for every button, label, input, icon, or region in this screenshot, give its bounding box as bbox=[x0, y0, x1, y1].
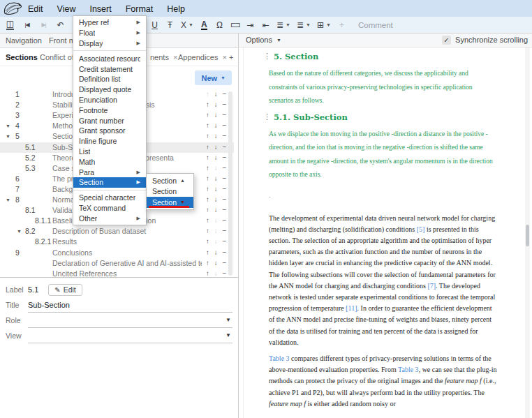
spacing-icon[interactable]: ⊏⊐ bbox=[230, 22, 239, 29]
submenu-item-section-1[interactable]: Section bbox=[147, 186, 193, 197]
view-select[interactable]: ▼ bbox=[28, 328, 232, 343]
menu-item-hyper-ref[interactable]: Hyper ref▶ bbox=[73, 17, 146, 28]
drag-handle-icon[interactable]: ⋮ bbox=[263, 52, 271, 61]
move-down-button[interactable]: ↓ bbox=[214, 101, 218, 108]
panel-tab-navigation[interactable]: Navigation bbox=[6, 36, 42, 45]
remove-button[interactable]: − bbox=[222, 207, 226, 214]
menu-item-special-character[interactable]: Special character bbox=[73, 193, 146, 203]
menu-item-display[interactable]: Display▶ bbox=[73, 38, 146, 49]
menubar-item-edit[interactable]: Edit bbox=[25, 3, 46, 15]
move-up-button[interactable]: ↑ bbox=[206, 207, 209, 214]
move-up-button[interactable]: ↑ bbox=[206, 165, 209, 172]
move-up-button[interactable]: ↑ bbox=[206, 249, 209, 256]
move-down-button[interactable]: ↓ bbox=[214, 122, 218, 129]
menu-item-grant-sponsor[interactable]: Grant sponsor bbox=[73, 126, 146, 136]
move-up-button[interactable]: ↑ bbox=[206, 112, 209, 119]
remove-button[interactable]: − bbox=[222, 260, 226, 267]
move-down-button[interactable]: ↓ bbox=[214, 196, 218, 203]
remove-button[interactable]: − bbox=[222, 227, 226, 234]
sections-scrollbar[interactable] bbox=[228, 91, 232, 276]
close-icon[interactable]: × bbox=[223, 53, 227, 61]
move-up-button[interactable]: ↑ bbox=[206, 260, 209, 267]
remove-button[interactable]: − bbox=[222, 186, 226, 193]
title-input[interactable]: Sub-Section bbox=[28, 297, 232, 313]
collapse-caret-icon[interactable]: ▼ bbox=[6, 124, 10, 128]
menubar-item-view[interactable]: View bbox=[54, 3, 79, 15]
move-up-button[interactable]: ↑ bbox=[206, 154, 209, 161]
paragraph[interactable]: Based on the nature of different categor… bbox=[269, 66, 497, 107]
remove-button[interactable]: − bbox=[222, 101, 226, 108]
remove-button[interactable]: − bbox=[222, 122, 226, 129]
new-button[interactable]: New ▼ bbox=[195, 70, 232, 85]
move-up-button[interactable]: ↑ bbox=[206, 227, 209, 234]
move-down-button[interactable]: ↓ bbox=[214, 133, 218, 140]
remove-button[interactable]: − bbox=[222, 217, 226, 224]
move-up-button[interactable]: ↑ bbox=[206, 101, 209, 108]
menu-item-float[interactable]: Float▶ bbox=[73, 28, 146, 38]
remove-button[interactable]: − bbox=[222, 238, 226, 245]
move-down-button[interactable]: ↓ bbox=[214, 91, 218, 98]
menubar-item-help[interactable]: Help bbox=[164, 3, 188, 15]
collapse-caret-icon[interactable]: ▼ bbox=[17, 229, 22, 234]
remove-button[interactable]: − bbox=[222, 249, 226, 256]
remove-button[interactable]: − bbox=[222, 270, 226, 277]
move-up-button[interactable]: ↑ bbox=[206, 122, 209, 129]
menu-item-section[interactable]: Section▶ bbox=[73, 177, 146, 188]
submenu-item-section-2[interactable]: Section▼ bbox=[147, 197, 193, 208]
table-icon[interactable]: ⊞▼ bbox=[317, 21, 331, 29]
font-color-icon[interactable]: A bbox=[200, 20, 209, 30]
menu-item-other[interactable]: Other▶ bbox=[73, 213, 146, 223]
strikethrough-icon[interactable]: Ŧ bbox=[165, 21, 175, 29]
move-up-button[interactable]: ↑ bbox=[206, 144, 209, 151]
menu-item-inline-figure[interactable]: Inline figure bbox=[73, 136, 146, 147]
move-down-button[interactable]: ↓ bbox=[214, 144, 218, 151]
move-down-button[interactable]: ↓ bbox=[214, 112, 218, 119]
collapse-caret-icon[interactable]: ▼ bbox=[6, 197, 10, 202]
script-dropdown-icon[interactable]: X▼ bbox=[181, 21, 193, 29]
indent-less-icon[interactable]: ⇤ bbox=[261, 21, 270, 29]
move-down-button[interactable]: ↓ bbox=[214, 186, 218, 193]
edit-label-button[interactable]: ✎ Edit bbox=[48, 284, 82, 296]
close-icon[interactable]: × bbox=[173, 53, 177, 61]
move-up-button[interactable]: ↑ bbox=[206, 217, 209, 224]
reference-link[interactable]: [7] bbox=[427, 282, 436, 290]
move-down-button[interactable]: ↓ bbox=[214, 154, 218, 161]
menu-item-para[interactable]: Para▶ bbox=[73, 167, 146, 177]
remove-button[interactable]: − bbox=[222, 133, 226, 140]
app-logo-icon[interactable] bbox=[2, 1, 24, 16]
section-heading[interactable]: ⋮5.1. Sub-Section bbox=[269, 112, 497, 122]
remove-button[interactable]: − bbox=[222, 154, 226, 161]
remove-button[interactable]: − bbox=[222, 91, 226, 98]
move-up-button[interactable]: ↑ bbox=[206, 175, 209, 182]
undo-icon[interactable]: ↶ bbox=[56, 21, 65, 29]
move-down-button[interactable]: ↓ bbox=[214, 260, 218, 267]
menubar-item-format[interactable]: Format bbox=[123, 3, 156, 15]
remove-button[interactable]: − bbox=[222, 112, 226, 119]
reference-link[interactable]: Table 3 bbox=[398, 366, 419, 373]
reference-link[interactable]: [11] bbox=[346, 304, 357, 312]
section-heading[interactable]: ⋮5. Section bbox=[269, 52, 497, 61]
submenu-item-section-0[interactable]: Section▲ bbox=[147, 175, 193, 186]
scrollbar-thumb[interactable] bbox=[526, 225, 529, 246]
section-row[interactable]: 8.2.1Results↑↓− bbox=[0, 237, 234, 247]
move-down-button[interactable]: ↓ bbox=[214, 207, 218, 214]
menu-item-math[interactable]: Math bbox=[73, 156, 146, 167]
collapse-caret-icon[interactable]: ▼ bbox=[6, 134, 10, 139]
add-tab-button[interactable]: + bbox=[229, 48, 233, 66]
panel-toggle-icon[interactable]: ◫ bbox=[6, 20, 15, 30]
section-row[interactable]: Declaration of Generative AI and AI-assi… bbox=[0, 258, 234, 269]
paragraph[interactable]: Table 3 compares different types of priv… bbox=[269, 353, 497, 410]
move-up-button[interactable]: ↑ bbox=[206, 186, 209, 193]
menu-item-footnote[interactable]: Footnote bbox=[73, 105, 146, 115]
indent-more-icon[interactable]: ⇥ bbox=[246, 21, 255, 29]
move-down-button[interactable]: ↓ bbox=[214, 175, 218, 182]
menu-item-definition-list[interactable]: Definition list bbox=[73, 74, 146, 84]
remove-button[interactable]: − bbox=[222, 196, 226, 203]
move-up-button[interactable]: ↑ bbox=[206, 196, 209, 203]
menu-item-enunciation[interactable]: Enunciation bbox=[73, 95, 146, 105]
reference-link[interactable]: Table 3 bbox=[269, 354, 290, 362]
bullet-list-icon[interactable]: ≣▼ bbox=[276, 21, 290, 29]
remove-button[interactable]: − bbox=[222, 175, 226, 182]
comment-button[interactable]: Comment bbox=[358, 21, 393, 29]
section-row[interactable]: 9Conclusions↑↓− bbox=[0, 248, 234, 258]
